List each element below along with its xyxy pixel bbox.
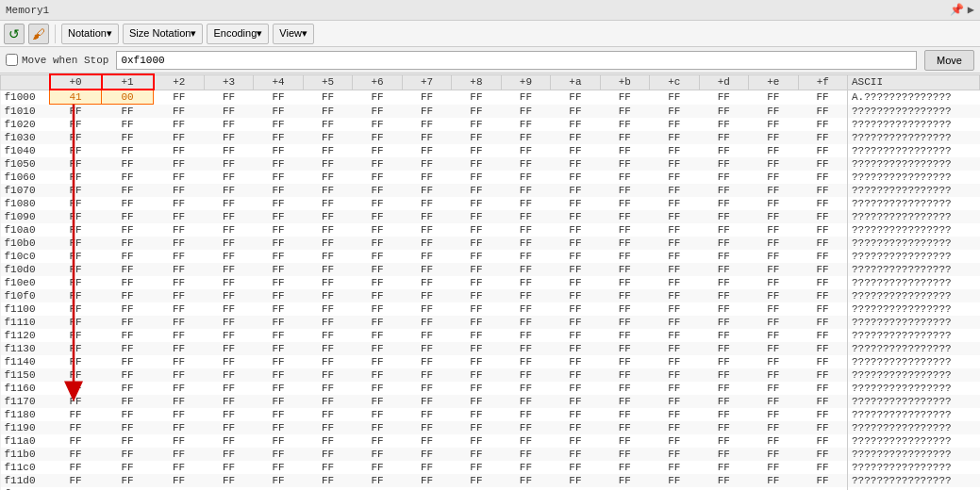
byte-cell-7-14[interactable]: FF	[749, 184, 798, 197]
byte-cell-16-4[interactable]: FF	[254, 302, 303, 316]
byte-cell-26-15[interactable]: FF	[798, 434, 847, 448]
byte-cell-2-15[interactable]: FF	[798, 118, 847, 131]
byte-cell-10-3[interactable]: FF	[204, 223, 253, 237]
byte-cell-23-2[interactable]: FF	[154, 395, 205, 408]
byte-cell-21-3[interactable]: FF	[204, 368, 253, 382]
byte-cell-13-11[interactable]: FF	[600, 263, 649, 276]
byte-cell-0-1[interactable]: 00	[102, 90, 154, 105]
byte-cell-15-14[interactable]: FF	[749, 289, 798, 302]
byte-cell-26-8[interactable]: FF	[452, 434, 501, 448]
move-button[interactable]: Move	[924, 50, 974, 71]
byte-cell-17-9[interactable]: FF	[501, 316, 550, 329]
byte-cell-24-8[interactable]: FF	[452, 408, 501, 421]
byte-cell-3-6[interactable]: FF	[353, 131, 402, 144]
byte-cell-27-11[interactable]: FF	[600, 448, 649, 461]
byte-cell-19-3[interactable]: FF	[204, 342, 253, 355]
byte-cell-20-12[interactable]: FF	[650, 355, 699, 368]
byte-cell-26-7[interactable]: FF	[402, 434, 451, 448]
byte-cell-5-10[interactable]: FF	[551, 157, 600, 171]
byte-cell-13-14[interactable]: FF	[749, 263, 798, 276]
byte-cell-24-9[interactable]: FF	[501, 408, 550, 421]
byte-cell-20-10[interactable]: FF	[551, 355, 600, 368]
byte-cell-17-6[interactable]: FF	[353, 316, 402, 329]
byte-cell-10-10[interactable]: FF	[551, 223, 600, 237]
byte-cell-18-14[interactable]: FF	[749, 329, 798, 342]
byte-cell-10-1[interactable]: FF	[102, 223, 154, 237]
byte-cell-1-0[interactable]: FF	[50, 105, 102, 119]
byte-cell-13-15[interactable]: FF	[798, 263, 847, 276]
byte-cell-7-15[interactable]: FF	[798, 184, 847, 197]
byte-cell-9-5[interactable]: FF	[303, 210, 352, 223]
byte-cell-0-7[interactable]: FF	[402, 90, 451, 105]
byte-cell-6-0[interactable]: FF	[50, 171, 102, 184]
byte-cell-11-1[interactable]: FF	[102, 237, 154, 250]
byte-cell-8-0[interactable]: FF	[50, 197, 102, 210]
byte-cell-28-7[interactable]: FF	[402, 461, 451, 474]
byte-cell-13-10[interactable]: FF	[551, 263, 600, 276]
byte-cell-15-4[interactable]: FF	[254, 289, 303, 302]
byte-cell-7-9[interactable]: FF	[501, 184, 550, 197]
byte-cell-8-1[interactable]: FF	[102, 197, 154, 210]
byte-cell-4-14[interactable]: FF	[749, 144, 798, 157]
byte-cell-8-14[interactable]: FF	[749, 197, 798, 210]
byte-cell-0-15[interactable]: FF	[798, 90, 847, 105]
byte-cell-2-2[interactable]: FF	[154, 118, 205, 131]
byte-cell-2-3[interactable]: FF	[204, 118, 253, 131]
byte-cell-3-5[interactable]: FF	[303, 131, 352, 144]
byte-cell-8-9[interactable]: FF	[501, 197, 550, 210]
byte-cell-29-8[interactable]: FF	[452, 474, 501, 487]
byte-cell-27-12[interactable]: FF	[650, 448, 699, 461]
byte-cell-0-12[interactable]: FF	[650, 90, 699, 105]
byte-cell-28-14[interactable]: FF	[749, 461, 798, 474]
byte-cell-18-0[interactable]: FF	[50, 329, 102, 342]
byte-cell-1-8[interactable]: FF	[452, 105, 501, 119]
byte-cell-19-0[interactable]: FF	[50, 342, 102, 355]
byte-cell-19-8[interactable]: FF	[452, 342, 501, 355]
byte-cell-13-3[interactable]: FF	[204, 263, 253, 276]
byte-cell-28-6[interactable]: FF	[353, 461, 402, 474]
byte-cell-22-14[interactable]: FF	[749, 382, 798, 395]
byte-cell-27-8[interactable]: FF	[452, 448, 501, 461]
byte-cell-2-7[interactable]: FF	[402, 118, 451, 131]
byte-cell-7-8[interactable]: FF	[452, 184, 501, 197]
byte-cell-12-10[interactable]: FF	[551, 250, 600, 263]
byte-cell-24-7[interactable]: FF	[402, 408, 451, 421]
byte-cell-6-2[interactable]: FF	[154, 171, 205, 184]
byte-cell-19-11[interactable]: FF	[600, 342, 649, 355]
byte-cell-22-12[interactable]: FF	[650, 382, 699, 395]
byte-cell-5-3[interactable]: FF	[204, 157, 253, 171]
brush-button[interactable]: 🖌	[28, 24, 49, 44]
byte-cell-0-4[interactable]: FF	[254, 90, 303, 105]
byte-cell-18-9[interactable]: FF	[501, 329, 550, 342]
byte-cell-19-12[interactable]: FF	[650, 342, 699, 355]
byte-cell-7-5[interactable]: FF	[303, 184, 352, 197]
byte-cell-18-12[interactable]: FF	[650, 329, 699, 342]
byte-cell-0-9[interactable]: FF	[501, 90, 550, 105]
byte-cell-17-14[interactable]: FF	[749, 316, 798, 329]
byte-cell-25-14[interactable]: FF	[749, 421, 798, 434]
byte-cell-2-13[interactable]: FF	[699, 118, 748, 131]
byte-cell-5-15[interactable]: FF	[798, 157, 847, 171]
byte-cell-20-7[interactable]: FF	[402, 355, 451, 368]
byte-cell-21-12[interactable]: FF	[650, 368, 699, 382]
byte-cell-9-4[interactable]: FF	[254, 210, 303, 223]
byte-cell-28-3[interactable]: FF	[204, 461, 253, 474]
byte-cell-23-9[interactable]: FF	[501, 395, 550, 408]
byte-cell-14-0[interactable]: FF	[50, 276, 102, 289]
byte-cell-29-5[interactable]: FF	[303, 474, 352, 487]
byte-cell-7-1[interactable]: FF	[102, 184, 154, 197]
byte-cell-2-10[interactable]: FF	[551, 118, 600, 131]
byte-cell-13-13[interactable]: FF	[699, 263, 748, 276]
byte-cell-20-8[interactable]: FF	[452, 355, 501, 368]
byte-cell-14-11[interactable]: FF	[600, 276, 649, 289]
byte-cell-27-2[interactable]: FF	[154, 448, 205, 461]
byte-cell-0-3[interactable]: FF	[204, 90, 253, 105]
byte-cell-28-2[interactable]: FF	[154, 461, 205, 474]
byte-cell-23-8[interactable]: FF	[452, 395, 501, 408]
byte-cell-4-0[interactable]: FF	[50, 144, 102, 157]
byte-cell-4-5[interactable]: FF	[303, 144, 352, 157]
byte-cell-8-3[interactable]: FF	[204, 197, 253, 210]
byte-cell-15-5[interactable]: FF	[303, 289, 352, 302]
byte-cell-25-15[interactable]: FF	[798, 421, 847, 434]
byte-cell-10-11[interactable]: FF	[600, 223, 649, 237]
